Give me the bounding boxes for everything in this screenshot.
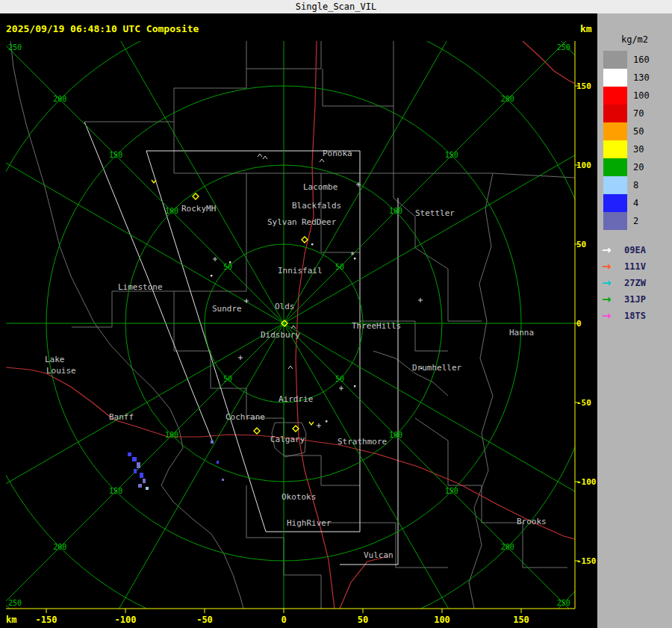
station-id: 31JP bbox=[624, 294, 646, 305]
range-label: 50 bbox=[335, 375, 344, 383]
station-id: 18TS bbox=[624, 311, 646, 321]
map-background bbox=[0, 13, 597, 628]
city-label-innisfail: Innisfail bbox=[278, 266, 323, 276]
city-label-drumheller: Drumheller bbox=[412, 363, 462, 373]
range-label: 200 bbox=[501, 543, 514, 551]
colorbar-entry-130: 130 bbox=[603, 69, 672, 87]
precip-pixel bbox=[132, 457, 137, 461]
range-label: 50 bbox=[223, 375, 232, 383]
bottom-axis-tick-label: -150 bbox=[36, 615, 57, 625]
right-axis-tick-label: 150 bbox=[576, 81, 591, 91]
colorbar-entry-8: 8 bbox=[603, 176, 672, 194]
radar-app-window: Single_Scan_VIL 501001502002505010015020… bbox=[0, 0, 672, 628]
right-axis-tick-label: -150 bbox=[576, 556, 597, 566]
colorbar: 16013010070503020842 bbox=[597, 51, 672, 230]
precip-pixel bbox=[134, 469, 137, 473]
right-axis-tick-label: 100 bbox=[576, 161, 591, 170]
precip-pixel bbox=[137, 462, 140, 468]
precip-pixel bbox=[140, 473, 143, 478]
station-arrow-icon: → bbox=[602, 275, 624, 291]
range-label: 150 bbox=[109, 151, 122, 159]
colorbar-value: 20 bbox=[633, 162, 644, 172]
right-axis-tick-label: 0 bbox=[576, 319, 582, 329]
station-id: 27ZW bbox=[624, 278, 646, 288]
range-label: 100 bbox=[389, 207, 402, 215]
window-titlebar[interactable]: Single_Scan_VIL bbox=[0, 0, 672, 13]
colorbar-entry-20: 20 bbox=[603, 158, 672, 176]
range-label: 50 bbox=[335, 263, 344, 271]
legend-panel: kg/m2 16013010070503020842 →09EA→111V→27… bbox=[597, 13, 672, 628]
station-27ZW: →27ZW bbox=[602, 275, 672, 291]
bottom-axis-tick-label: -50 bbox=[196, 615, 213, 625]
station-arrow-icon: → bbox=[602, 308, 624, 324]
colorbar-entry-30: 30 bbox=[603, 140, 672, 158]
colorbar-value: 160 bbox=[633, 55, 650, 65]
range-label: 50 bbox=[223, 263, 232, 271]
colorbar-value: 70 bbox=[633, 108, 644, 119]
right-axis-tick-label: 50 bbox=[576, 240, 586, 249]
range-label: 100 bbox=[165, 431, 178, 439]
city-label-vulcan: Vulcan bbox=[364, 550, 393, 560]
colorbar-swatch bbox=[603, 51, 627, 69]
city-label-lake: Lake bbox=[45, 355, 65, 364]
city-label-sylvan: Sylvan bbox=[267, 217, 297, 227]
station-id: 09EA bbox=[624, 245, 646, 255]
city-label-didsbury: Didsbury bbox=[261, 330, 300, 340]
colorbar-swatch bbox=[603, 176, 627, 194]
city-label-calgary: Calgary bbox=[270, 435, 305, 444]
colorbar-value: 50 bbox=[633, 126, 644, 137]
city-label-lacombe: Lacombe bbox=[303, 182, 337, 192]
colorbar-value: 4 bbox=[633, 198, 638, 208]
range-label: 250 bbox=[8, 599, 22, 607]
colorbar-entry-160: 160 bbox=[603, 51, 672, 69]
range-label: 200 bbox=[501, 95, 514, 103]
bottom-axis-unit-label: km bbox=[6, 615, 16, 625]
city-label-stettler: Stettler bbox=[415, 208, 455, 218]
range-label: 150 bbox=[445, 151, 458, 159]
colorbar-swatch bbox=[603, 105, 627, 122]
range-label: 250 bbox=[8, 43, 22, 52]
bottom-axis-tick-label: 150 bbox=[513, 615, 529, 625]
window-title: Single_Scan_VIL bbox=[296, 1, 376, 12]
town-dot bbox=[354, 258, 355, 259]
range-label: 250 bbox=[557, 43, 570, 52]
scan-timestamp: 2025/09/19 06:48:10 UTC Composite bbox=[6, 23, 199, 34]
city-label-ponoka: Ponoka bbox=[323, 149, 352, 158]
town-dot bbox=[229, 261, 231, 263]
station-arrow-icon: → bbox=[602, 291, 624, 308]
colorbar-value: 130 bbox=[633, 72, 650, 83]
town-dot bbox=[326, 420, 327, 422]
station-arrow-icon: → bbox=[602, 242, 624, 258]
range-label: 200 bbox=[53, 95, 66, 103]
precip-pixel bbox=[138, 484, 142, 488]
city-label-olds: Olds bbox=[275, 302, 295, 311]
colorbar-swatch bbox=[603, 194, 627, 212]
colorbar-unit-label: kg/m2 bbox=[597, 34, 672, 45]
colorbar-swatch bbox=[603, 69, 627, 87]
city-label-reddeer: RedDeer bbox=[302, 217, 337, 227]
right-axis-unit-label: km bbox=[580, 23, 592, 34]
station-arrow-icon: → bbox=[602, 258, 624, 275]
bottom-axis-tick-label: -100 bbox=[115, 615, 137, 625]
range-label: 150 bbox=[109, 487, 122, 495]
colorbar-swatch bbox=[603, 87, 627, 105]
city-label-brooks: Brooks bbox=[517, 517, 547, 526]
precip-pixel bbox=[146, 487, 149, 490]
right-axis-tick-label: -50 bbox=[576, 398, 591, 408]
city-label-cochrane: Cochrane bbox=[225, 412, 265, 422]
bottom-axis-tick-label: 0 bbox=[281, 615, 286, 625]
colorbar-value: 8 bbox=[633, 180, 638, 190]
town-dot bbox=[354, 385, 355, 387]
colorbar-value: 2 bbox=[633, 216, 638, 226]
colorbar-value: 30 bbox=[633, 144, 644, 155]
city-label-limestone: Limestone bbox=[118, 282, 163, 292]
city-label-threehills: ThreeHills bbox=[352, 321, 401, 331]
city-label-banff: Banff bbox=[109, 412, 134, 422]
station-09EA: →09EA bbox=[602, 242, 672, 258]
precip-pixel bbox=[143, 479, 146, 483]
colorbar-entry-70: 70 bbox=[603, 105, 672, 122]
station-18TS: →18TS bbox=[602, 308, 672, 324]
colorbar-swatch bbox=[603, 158, 627, 176]
radar-map[interactable]: 5010015020025050100150200250501001502002… bbox=[0, 13, 597, 628]
precip-pixel bbox=[128, 453, 131, 456]
